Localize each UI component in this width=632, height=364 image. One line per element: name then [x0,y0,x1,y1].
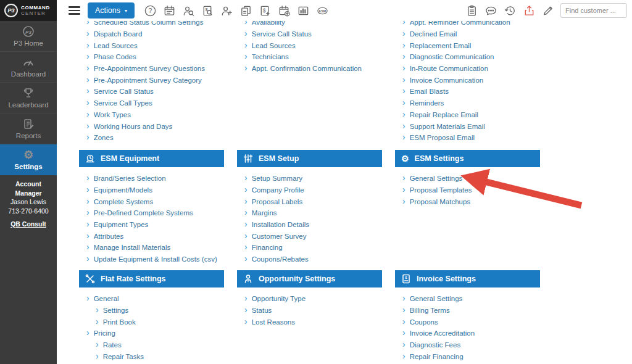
settings-link[interactable]: Reminders [402,97,540,109]
brand-logo[interactable]: P3 COMMAND CENTER [0,0,57,21]
help-icon[interactable]: ? [143,4,157,17]
actions-button[interactable]: Actions ▾ [88,2,135,19]
panel-header-flat-rate[interactable]: Flat Rate Settings [79,270,224,287]
settings-link[interactable]: Availability [244,21,382,28]
panel-title: Opportunity Settings [259,275,335,283]
panel-header-invoice[interactable]: $ Invoice Settings [395,270,540,287]
settings-link[interactable]: Equipment Types [86,219,224,231]
settings-link[interactable]: Proposal Templates [402,184,540,196]
settings-link[interactable]: Repair Financing [402,350,540,362]
copy-documents-icon[interactable] [239,4,252,17]
settings-link[interactable]: Status [244,305,382,316]
settings-link[interactable]: Brand/Series Selection [86,173,224,184]
settings-link[interactable]: Proposal Matchups [402,196,540,207]
sidebar-item-reports[interactable]: Reports [0,114,57,144]
settings-link[interactable]: Attributes [86,230,224,242]
settings-link[interactable]: Rates [96,339,224,351]
settings-link[interactable]: Repair Replace Email [402,109,540,121]
search-quote-icon[interactable]: $ [201,4,214,17]
settings-link[interactable]: Declined Email [402,28,540,40]
settings-link[interactable]: Manage Install Materials [86,242,224,254]
settings-link[interactable]: Scheduled Status Column Settings [86,21,224,28]
settings-link[interactable]: Work Types [86,109,224,121]
share-upload-icon[interactable] [522,4,536,17]
settings-link[interactable]: Print Book [96,316,224,328]
add-invoice-icon[interactable]: $ [258,4,272,17]
bar-chart-icon[interactable] [296,4,310,17]
find-person-icon[interactable] [181,4,195,17]
settings-link[interactable]: Financing [244,242,382,254]
settings-link[interactable]: Coupons/Rebates [244,254,382,265]
hamburger-menu-icon[interactable] [69,4,80,17]
settings-link[interactable]: Dispatch Board [86,28,224,40]
settings-link[interactable]: Billing Terms [402,305,540,316]
add-person-icon[interactable] [220,4,233,17]
qb-consult-link[interactable]: QB Consult [10,220,46,228]
sidebar-item-settings[interactable]: ⚙ Settings [0,144,57,175]
sidebar-item-leaderboard[interactable]: Leaderboard [0,83,57,114]
checklist-icon[interactable] [465,4,478,17]
settings-link[interactable]: Equipment/Models [86,184,224,196]
settings-link[interactable]: General Settings [402,293,540,305]
settings-link[interactable]: Pre-Appointment Survey Questions [86,63,224,75]
settings-link[interactable]: Lost Reasons [244,316,382,328]
settings-link[interactable]: Email Blasts [402,86,540,97]
settings-link[interactable]: Opportunity Type [244,293,382,305]
chevron-right-icon [96,317,99,326]
settings-link[interactable]: Support Materials Email [402,120,540,132]
chat-icon[interactable] [484,4,497,17]
history-icon[interactable] [503,4,517,17]
chevron-right-icon [86,98,89,107]
settings-link[interactable]: Pre-Appointment Survey Category [86,74,224,86]
settings-link[interactable]: Proposal Labels [244,196,382,207]
settings-link[interactable]: Pre-Defined Complete Systems [86,207,224,219]
settings-link[interactable]: ESM Proposal Email [402,132,540,144]
settings-link[interactable]: Service Call Status [244,28,382,40]
find-customer-input[interactable] [560,3,627,18]
settings-link-label: Pricing [94,329,115,337]
settings-link[interactable]: Customer Survey [244,230,382,242]
settings-link[interactable]: Zones [86,132,224,144]
settings-link[interactable]: Service Call Types [86,97,224,109]
settings-link[interactable]: Update Equipment & Install Costs (csv) [86,254,224,265]
sidebar-item-dashboard[interactable]: Dashboard [0,52,57,83]
settings-link[interactable]: Lead Sources [86,39,224,51]
edit-pencil-icon[interactable] [541,4,555,17]
settings-link[interactable]: Settings [96,305,224,316]
settings-link[interactable]: Replacement Email [402,39,540,51]
settings-link[interactable]: Service Call Status [86,86,224,97]
panel-header-opportunity[interactable]: Opportunity Settings [237,270,382,287]
settings-link[interactable]: Diagnostic Communication [402,51,540,63]
panel-header-esm-settings[interactable]: ⚙ ESM Settings [395,150,540,167]
settings-link[interactable]: Complete Systems [86,196,224,207]
settings-link[interactable]: In-Route Communication [402,63,540,75]
settings-link[interactable]: Pricing [86,328,224,339]
sidebar: P3 COMMAND CENTER P3 P3 Home Dashboard L… [0,0,57,364]
sidebar-item-p3-home[interactable]: P3 P3 Home [0,21,57,52]
panel-header-esm-equipment[interactable]: ESM Equipment [79,150,224,167]
settings-link[interactable]: Coupons [402,316,540,328]
panel-title: Flat Rate Settings [101,275,166,283]
settings-link[interactable]: Appt. Reminder Communication [402,21,540,28]
settings-link[interactable]: Invoice Communication [402,74,540,86]
add-appointment-icon[interactable] [277,4,291,17]
settings-link[interactable]: Technicians [244,51,382,63]
settings-link[interactable]: Setup Summary [244,173,382,184]
settings-link[interactable]: Invoice Accreditation [402,328,540,339]
settings-link[interactable]: Working Hours and Days [86,120,224,132]
settings-link[interactable]: General [86,293,224,305]
settings-link[interactable]: Margins [244,207,382,219]
settings-link[interactable]: Company Profile [244,184,382,196]
settings-link[interactable]: Installation Details [244,219,382,231]
settings-link-label: Installation Details [252,221,309,228]
settings-link[interactable]: Lead Sources [244,39,382,51]
settings-link[interactable]: Phase Codes [86,51,224,63]
settings-link[interactable]: Repair Tasks [96,350,224,362]
settings-link[interactable]: General Settings [402,173,540,184]
esm-badge-icon[interactable]: ESM [315,4,329,17]
settings-link[interactable]: Appt. Confirmation Communication [244,63,382,75]
calendar-icon[interactable] [162,4,176,17]
settings-link[interactable]: Diagnostic Fees [402,339,540,351]
panel-header-esm-setup[interactable]: ESM Setup [237,150,382,167]
chevron-right-icon [86,231,89,240]
